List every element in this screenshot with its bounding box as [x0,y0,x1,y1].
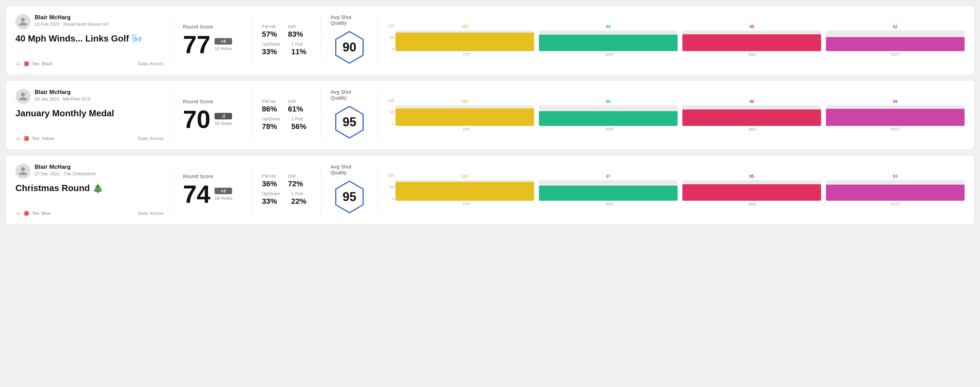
avatar [16,163,30,179]
player-name: Blair McHarg [35,163,96,171]
left-section: Blair McHarg 29 Jan 2022 · Mill Ride GCC… [16,89,173,141]
bar-value-label: 82 [893,24,897,29]
bar-column: 98 [682,24,821,51]
up-down-stat: Up/Down 78% [262,116,280,131]
bar-fill [682,184,821,201]
bar-value-label: 101 [461,99,468,104]
fw-hit-stat: FW Hit 57% [262,24,277,39]
score-value: 70 [183,107,210,132]
holes-label: 18 Holes [215,195,232,201]
score-badge-column: +2 18 Holes [215,188,232,201]
score-badge-column: -2 18 Holes [215,113,232,126]
quality-label: Avg Shot Quality [331,163,368,175]
gir-label: GIR [288,99,303,104]
bar-x-label: OTT [398,52,536,57]
player-details: Blair McHarg 27 Dec 2021 · The Oxfordshi… [35,163,96,176]
score-section: Round Score 74 +2 18 Holes [173,163,252,216]
data-source: Data: Arccos [138,211,163,216]
bar-value-label: 98 [749,24,754,29]
up-down-stat: Up/Down 33% [262,41,280,56]
bar-background [395,180,534,201]
weather-icon: ☁️ [16,136,21,141]
player-info: Blair McHarg 27 Dec 2021 · The Oxfordshi… [16,163,163,179]
avatar [16,14,30,29]
stat-row-1: FW Hit 36% GIR 72% [262,174,311,188]
bar-background [682,30,821,51]
score-value: 74 [183,182,210,206]
fw-hit-label: FW Hit [262,174,277,179]
one-putt-stat: 1 Putt 22% [291,191,306,206]
bar-column: 87 [539,174,678,201]
player-meta: 12 Feb 2022 · Royal North Devon GC [35,22,109,27]
one-putt-label: 1 Putt [291,116,306,121]
bar-background [539,105,678,126]
bar-background [682,105,821,126]
bar-fill [395,182,534,201]
player-info: Blair McHarg 29 Jan 2022 · Mill Ride GCC [16,89,163,104]
bar-value-label: 95 [749,174,754,179]
score-badge-column: +5 18 Holes [215,38,232,51]
gir-label: GIR [288,174,303,179]
bar-column: 93 [826,174,964,201]
tee-label: Tee: Black [32,61,52,66]
bar-x-label: APP [541,127,679,132]
up-down-label: Up/Down [262,116,280,121]
fw-hit-stat: FW Hit 86% [262,99,277,114]
fw-hit-label: FW Hit [262,99,277,104]
gir-label: GIR [288,24,303,29]
gir-stat: GIR 83% [288,24,303,39]
weather-icon: ☁️ [16,61,21,66]
up-down-value: 33% [262,197,280,206]
holes-label: 18 Holes [215,121,232,126]
quality-section: Avg Shot Quality 95 [321,89,378,141]
chart-section: 100 50 0 110 [378,163,964,216]
bar-background [395,105,534,126]
round-score-label: Round Score [183,98,242,104]
bag-icon: 🎒 [24,136,29,141]
round-score-label: Round Score [183,173,242,179]
bar-value-label: 110 [461,174,468,179]
up-down-label: Up/Down [262,41,280,47]
quality-score: 95 [342,190,356,204]
player-details: Blair McHarg 12 Feb 2022 · Royal North D… [35,14,109,27]
left-section: Blair McHarg 27 Dec 2021 · The Oxfordshi… [16,163,173,216]
chart-section: 100 50 0 101 [378,89,964,141]
bar-x-label: PUTT [827,52,965,57]
bar-fill [395,108,534,126]
bar-column: 96 [682,99,821,126]
user-icon [18,17,28,26]
bar-value-label: 87 [606,174,611,179]
bar-column: 99 [826,99,964,126]
player-meta: 29 Jan 2022 · Mill Ride GCC [35,97,91,102]
bar-x-label: ARG [683,202,822,206]
tee-label: Tee: Blue [32,211,51,216]
hexagon-container: 95 [331,178,368,216]
round-footer: ☁️ 🎒 Tee: Yellow Data: Arccos [16,136,163,141]
holes-label: 18 Holes [215,46,232,51]
one-putt-value: 11% [291,48,306,56]
bar-background [682,180,821,201]
left-section: Blair McHarg 12 Feb 2022 · Royal North D… [16,14,173,66]
player-name: Blair McHarg [35,14,109,21]
bar-value-label: 96 [749,99,754,104]
hexagon-container: 95 [331,103,368,141]
round-footer: ☁️ 🎒 Tee: Blue Data: Arccos [16,211,163,216]
bar-fill [539,111,678,126]
bar-column: 95 [539,24,678,51]
score-section: Round Score 77 +5 18 Holes [173,14,252,66]
gir-value: 72% [288,179,303,188]
bar-fill [539,186,678,201]
fw-hit-value: 86% [262,105,277,114]
bar-background [539,30,678,51]
bar-x-label: ARG [683,127,822,132]
bar-value-label: 86 [606,99,611,104]
one-putt-label: 1 Putt [291,191,306,196]
quality-score: 95 [342,115,356,129]
stat-row-2: Up/Down 33% 1 Putt 22% [262,191,311,206]
stat-row-2: Up/Down 78% 1 Putt 56% [262,116,311,131]
one-putt-value: 22% [291,197,306,206]
bar-x-label: PUTT [827,202,965,206]
one-putt-stat: 1 Putt 56% [291,116,306,131]
stat-row-1: FW Hit 86% GIR 61% [262,99,311,114]
player-meta: 27 Dec 2021 · The Oxfordshire [35,171,96,176]
